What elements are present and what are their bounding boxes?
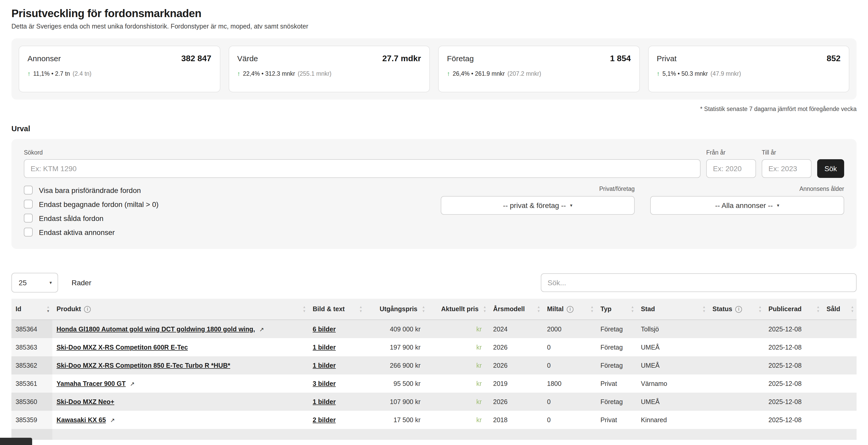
cell-publicerad: 2025-12-08 — [764, 411, 823, 429]
product-link[interactable]: Yamaha Tracer 900 GT — [57, 380, 126, 387]
column-label: Status — [712, 305, 732, 313]
images-link[interactable]: 6 bilder — [313, 325, 336, 333]
checkbox[interactable] — [24, 214, 33, 222]
column-header-miltal[interactable]: Miltali▲▼ — [543, 299, 596, 320]
filter-checkbox-endast-begagnade-fordon-miltal[interactable]: Endast begagnade fordon (miltal > 0) — [24, 200, 159, 208]
product-link[interactable]: Ski-Doo MXZ Neo+ — [57, 398, 114, 405]
column-label: Bild & text — [313, 305, 345, 313]
ad-age-filter-select[interactable]: -- Alla annonser -- ▾ — [650, 196, 844, 215]
cell-typ: Privat — [596, 375, 637, 393]
checkbox-label: Endast begagnade fordon (miltal > 0) — [39, 200, 159, 208]
keyword-label: Sökord — [24, 149, 701, 156]
cell-publicerad: 2025-12-08 — [764, 375, 823, 393]
sort-asc-icon: ▲ — [303, 305, 306, 309]
sort-icon[interactable]: ▲▼ — [46, 305, 50, 313]
images-link[interactable]: 3 bilder — [313, 380, 336, 387]
checkbox[interactable] — [24, 200, 33, 208]
images-link[interactable]: 1 bilder — [313, 398, 336, 405]
sort-icon[interactable]: ▲▼ — [537, 305, 540, 313]
column-header-s-ld[interactable]: Såld▲▼ — [823, 299, 857, 320]
page-size-select[interactable]: 25 ▾ — [11, 273, 58, 293]
images-link[interactable]: 1 bilder — [313, 344, 336, 351]
owner-filter-select[interactable]: -- privat & företag -- ▾ — [441, 196, 635, 215]
sort-icon[interactable]: ▲▼ — [816, 305, 820, 313]
cell-utgangspris — [365, 429, 428, 440]
sort-desc-icon: ▼ — [359, 309, 363, 313]
filter-checkbox-list: Visa bara prisförändrade fordonEndast be… — [24, 186, 159, 237]
product-link[interactable]: Ski-Doo MXZ X-RS Competiton 600R E-Tec — [57, 344, 188, 351]
cell-sald — [823, 338, 857, 356]
page: Prisutveckling för fordonsmarknaden Dett… — [0, 0, 868, 440]
info-icon[interactable]: i — [84, 306, 91, 313]
product-link[interactable]: Ski-Doo MXZ X-RS Competiton 850 E-Tec Tu… — [57, 362, 230, 369]
sort-icon[interactable]: ▲▼ — [590, 305, 594, 313]
cell-id: 385363 — [11, 338, 52, 356]
product-link[interactable]: Honda Gl1800 Automat gold wing DCT goldw… — [57, 325, 255, 333]
sort-icon[interactable]: ▲▼ — [422, 305, 425, 313]
sort-icon[interactable]: ▲▼ — [359, 305, 363, 313]
column-header-utg-ngspris[interactable]: Utgångspris▲▼ — [365, 299, 428, 320]
column-header-aktuellt-pris[interactable]: Aktuellt pris▲▼ — [428, 299, 489, 320]
search-button[interactable]: Sök — [817, 159, 844, 178]
column-header-typ[interactable]: Typ▲▼ — [596, 299, 637, 320]
cell-id: 385360 — [11, 393, 52, 411]
stat-change: ↑5,1% • 50.3 mnkr(47.9 mnkr) — [657, 70, 840, 77]
images-link[interactable]: 2 bilder — [313, 416, 336, 423]
column-header-rsmodell[interactable]: Årsmodell▲▼ — [489, 299, 543, 320]
cell-sald — [823, 429, 857, 440]
column-header-stad[interactable]: Stad▲▼ — [637, 299, 708, 320]
sort-icon[interactable]: ▲▼ — [850, 305, 854, 313]
stat-value: 852 — [827, 54, 840, 63]
cell-status — [708, 320, 764, 338]
column-label: Typ — [600, 305, 612, 313]
filter-checkbox-visa-bara-prisf-r-ndrade-fordo[interactable]: Visa bara prisförändrade fordon — [24, 186, 159, 195]
sort-icon[interactable]: ▲▼ — [631, 305, 634, 313]
table-search-input[interactable] — [541, 273, 857, 292]
filter-checkbox-endast-s-lda-fordon[interactable]: Endast sålda fordon — [24, 214, 159, 222]
cell-aktuellt-pris: kr — [428, 375, 489, 393]
cell-status — [708, 375, 764, 393]
filters-section-title: Urval — [11, 124, 857, 133]
info-icon[interactable]: i — [567, 306, 574, 313]
sort-asc-icon: ▲ — [483, 305, 486, 309]
column-header-id[interactable]: Id▲▼ — [11, 299, 52, 320]
column-header-bild-text[interactable]: Bild & text▲▼ — [309, 299, 365, 320]
cell-typ: Företag — [596, 393, 637, 411]
results-table: Id▲▼Produkti▲▼Bild & text▲▼Utgångspris▲▼… — [11, 299, 857, 440]
to-year-input[interactable] — [762, 159, 811, 178]
cell-arsmodell: 2018 — [489, 411, 543, 429]
keyword-input[interactable] — [24, 159, 701, 178]
checkbox[interactable] — [24, 228, 33, 237]
cell-aktuellt-pris: kr — [428, 320, 489, 338]
sort-icon[interactable]: ▲▼ — [483, 305, 486, 313]
product-link[interactable]: Kawasaki KX 65 — [57, 416, 106, 423]
page-subtitle: Detta är Sveriges enda och mest unika fo… — [11, 23, 857, 30]
sort-icon[interactable]: ▲▼ — [702, 305, 706, 313]
table-row: 385360Ski-Doo MXZ Neo+1 bilder107 900 kr… — [11, 393, 857, 411]
from-year-input[interactable] — [706, 159, 756, 178]
info-icon[interactable]: i — [735, 306, 742, 313]
column-header-publicerad[interactable]: Publicerad▲▼ — [764, 299, 823, 320]
column-label: Miltal — [547, 305, 564, 313]
checkbox[interactable] — [24, 186, 33, 195]
stat-label: Värde — [237, 54, 258, 63]
cell-utgangspris: 107 900 kr — [365, 393, 428, 411]
images-link[interactable]: 1 bilder — [313, 362, 336, 369]
external-link-icon[interactable]: ↗ — [110, 417, 115, 423]
column-header-produkt[interactable]: Produkti▲▼ — [52, 299, 309, 320]
cell-typ: Företag — [596, 338, 637, 356]
column-header-status[interactable]: Statusi▲▼ — [708, 299, 764, 320]
cell-stad: UMEÅ — [637, 356, 708, 375]
chevron-down-icon: ▾ — [50, 280, 52, 285]
cell-bilder: 1 bilder — [309, 356, 365, 375]
cell-produkt: Ski-Doo MXZ X-RS Competiton 850 E-Tec Tu… — [52, 356, 309, 375]
column-label: Utgångspris — [379, 305, 417, 313]
external-link-icon[interactable]: ↗ — [259, 326, 264, 333]
external-link-icon[interactable]: ↗ — [130, 380, 134, 387]
sort-icon[interactable]: ▲▼ — [303, 305, 306, 313]
sort-icon[interactable]: ▲▼ — [758, 305, 762, 313]
stat-delta: 5,1% • 50.3 mnkr — [662, 70, 708, 77]
filter-checkbox-endast-aktiva-annonser[interactable]: Endast aktiva annonser — [24, 228, 159, 237]
sort-desc-icon: ▼ — [422, 309, 425, 313]
cell-miltal: 2000 — [543, 320, 596, 338]
